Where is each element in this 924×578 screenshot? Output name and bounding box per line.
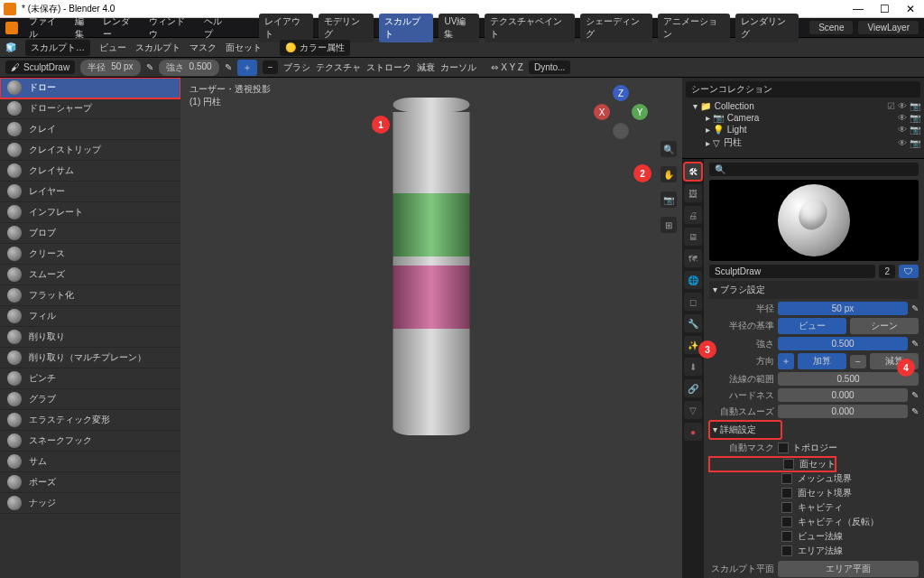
ws-render[interactable]: レンダリング	[735, 14, 799, 42]
brush-name[interactable]: SculptDraw	[709, 265, 875, 278]
brush-crease[interactable]: クリース	[0, 244, 180, 265]
ws-modeling[interactable]: モデリング	[319, 14, 374, 42]
menu-edit[interactable]: 編集	[75, 15, 92, 41]
hardness-val[interactable]: 0.000	[778, 388, 908, 402]
color-attr[interactable]: 🟡 カラー属性	[280, 40, 350, 56]
brush-grab[interactable]: グラブ	[0, 389, 180, 410]
outliner-cylinder[interactable]: ▸ ▽円柱👁 📷	[686, 135, 920, 150]
outliner-light[interactable]: ▸ 💡Light👁 📷	[686, 124, 920, 135]
pen-icon[interactable]: ✎	[911, 406, 919, 416]
tab-object[interactable]: ◻	[684, 293, 702, 311]
brush-scrape-multi[interactable]: 削り取り（マルチプレーン）	[0, 348, 180, 368]
check-faceset-boundary[interactable]: 面セット境界	[709, 486, 919, 500]
pen-icon[interactable]: ✎	[911, 339, 919, 349]
hdr-view[interactable]: ビュー	[99, 42, 126, 54]
brush-preset[interactable]: 🖌 SculptDraw	[5, 61, 75, 74]
minimize-button[interactable]: —	[853, 3, 864, 15]
grid-icon[interactable]: ⊞	[661, 217, 677, 233]
axis-z[interactable]: Z	[613, 85, 629, 101]
tab-scene[interactable]: 🗺	[684, 249, 702, 267]
menu-render[interactable]: レンダー	[103, 15, 138, 41]
camera-icon[interactable]: 📷	[661, 191, 677, 208]
tab-physics[interactable]: ⬇	[684, 358, 702, 376]
zoom-icon[interactable]: 🔍	[661, 141, 677, 157]
hdr-mask[interactable]: マスク	[189, 42, 217, 54]
tab-data[interactable]: ▽	[684, 401, 702, 419]
brush-layer[interactable]: レイヤー	[0, 182, 180, 202]
tab-render[interactable]: 🖼	[684, 184, 702, 202]
brush-inflate[interactable]: インフレート	[0, 202, 180, 223]
ws-texpaint[interactable]: テクスチャペイント	[485, 14, 574, 42]
menu-window[interactable]: ウィンドウ	[149, 15, 193, 41]
check-cavity-inv[interactable]: キャビティ（反転）	[709, 515, 919, 529]
mode-selector[interactable]: スカルプト…	[25, 40, 90, 56]
ws-sculpt[interactable]: スカルプト	[379, 14, 434, 42]
brush-clay-thumb[interactable]: クレイサム	[0, 161, 180, 182]
hdr-cursor[interactable]: カーソル	[440, 61, 476, 74]
viewlayer-selector[interactable]: ViewLayer	[858, 21, 919, 34]
dir-add[interactable]: 加算	[798, 353, 846, 369]
radius-base-view[interactable]: ビュー	[778, 318, 846, 334]
check-cavity[interactable]: キャビティ	[709, 500, 919, 515]
section-brush[interactable]: ▾ ブラシ設定	[709, 281, 919, 299]
pressure-icon[interactable]: ✎	[146, 62, 153, 72]
outliner-search[interactable]: シーンコレクション	[686, 81, 920, 98]
menu-help[interactable]: ヘルプ	[204, 15, 230, 41]
autosmooth-val[interactable]: 0.000	[778, 405, 908, 418]
ws-shading[interactable]: シェーディング	[580, 14, 652, 42]
brush-nudge[interactable]: ナッジ	[0, 493, 180, 514]
ws-layout[interactable]: レイアウト	[259, 14, 314, 42]
axis-y[interactable]: Y	[632, 104, 648, 120]
strength-slider[interactable]: 強さ0.500	[159, 60, 219, 76]
radius-slider[interactable]: 半径50 px	[80, 60, 140, 76]
check-mesh-boundary[interactable]: メッシュ境界	[709, 471, 919, 486]
pressure-icon2[interactable]: ✎	[225, 62, 232, 72]
hdr-falloff[interactable]: 減衰	[417, 61, 435, 74]
3d-viewport[interactable]: ユーザー・透視投影 (1) 円柱 Z X Y 🔍 ✋ 📷 ⊞ 1 2	[180, 78, 682, 578]
axis-neg[interactable]	[613, 123, 629, 139]
brush-elastic[interactable]: エラスティック変形	[0, 410, 180, 431]
brush-draw-sharp[interactable]: ドローシャープ	[0, 98, 180, 119]
check-view-normal[interactable]: ビュー法線	[709, 529, 919, 544]
check-area-normal[interactable]: エリア法線	[709, 544, 919, 558]
radius-val[interactable]: 50 px	[778, 302, 908, 315]
tab-modifier[interactable]: 🔧	[684, 314, 702, 332]
sculpt-plane[interactable]: エリア平面	[778, 561, 919, 577]
fake-user[interactable]: 🛡	[899, 265, 919, 278]
tab-constraint[interactable]: 🔗	[684, 379, 702, 397]
brush-snake-hook[interactable]: スネークフック	[0, 431, 180, 452]
pen-icon[interactable]: ✎	[911, 303, 919, 313]
brush-scrape[interactable]: 削り取り	[0, 327, 180, 348]
outliner-camera[interactable]: ▸ 📷Camera👁 📷	[686, 112, 920, 124]
tab-material[interactable]: ●	[684, 423, 702, 441]
hdr-sculpt[interactable]: スカルプト	[135, 42, 180, 54]
brush-smooth[interactable]: スムーズ	[0, 265, 180, 285]
close-button[interactable]: ✕	[906, 3, 915, 15]
axis-x[interactable]: X	[594, 104, 610, 120]
pan-icon[interactable]: ✋	[661, 166, 677, 182]
brush-fill[interactable]: フィル	[0, 306, 180, 327]
maximize-button[interactable]: ☐	[880, 3, 890, 15]
brush-draw[interactable]: ドロー	[0, 78, 180, 98]
brush-blob[interactable]: ブロブ	[0, 223, 180, 244]
brush-clay[interactable]: クレイ	[0, 119, 180, 140]
hdr-stroke[interactable]: ストローク	[366, 61, 411, 74]
radius-base-scene[interactable]: シーン	[850, 318, 919, 334]
normal-val[interactable]: 0.500	[778, 372, 919, 386]
section-advanced[interactable]: ▾ 詳細設定	[709, 421, 781, 439]
brush-clay-strips[interactable]: クレイストリップ	[0, 140, 180, 161]
check-faceset[interactable]: 面セット	[709, 457, 836, 471]
brush-pose[interactable]: ポーズ	[0, 472, 180, 493]
nav-gizmo[interactable]: Z X Y	[594, 85, 648, 139]
dyntopo[interactable]: Dynto...	[529, 61, 570, 74]
ws-uv[interactable]: UV編集	[439, 14, 479, 42]
outliner-collection[interactable]: ▾ 📁Collection☑ 👁 📷	[686, 100, 920, 112]
props-search[interactable]: 🔍	[709, 163, 919, 176]
brush-flatten[interactable]: フラット化	[0, 285, 180, 306]
brush-pinch[interactable]: ピンチ	[0, 368, 180, 389]
menu-file[interactable]: ファイル	[29, 15, 64, 41]
strength-val[interactable]: 0.500	[778, 337, 908, 350]
sub-button[interactable]: −	[263, 61, 279, 74]
ws-anim[interactable]: アニメーション	[658, 14, 730, 42]
tab-world[interactable]: 🌐	[684, 271, 702, 289]
